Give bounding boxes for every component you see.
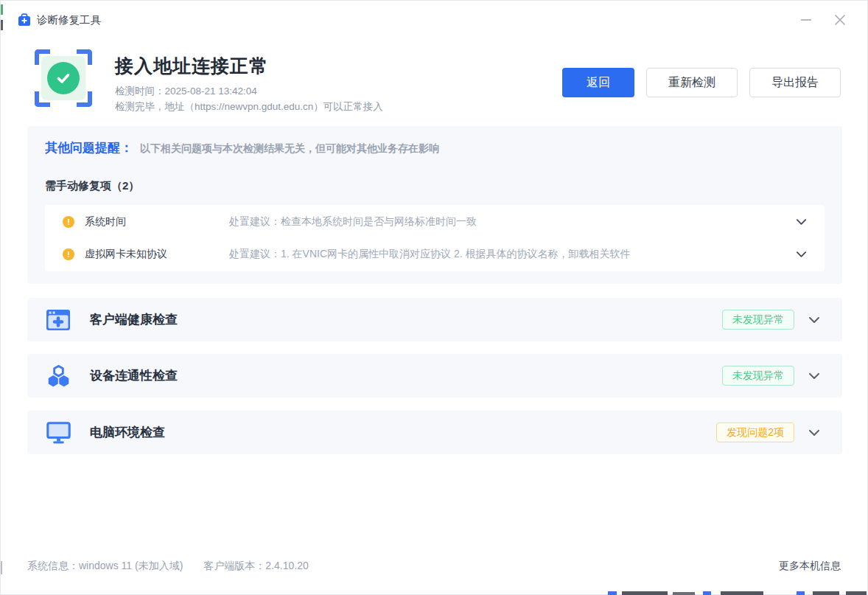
system-info: 系统信息： windows 11 (未加入域) 客户端版本： 2.4.10.20 xyxy=(27,560,309,573)
alert-subtitle: 以下相关问题项与本次检测结果无关，但可能对其他业务存在影响 xyxy=(140,142,439,156)
scan-check-success-icon xyxy=(35,49,92,107)
client-version-label: 客户端版本： xyxy=(203,560,265,573)
fix-item-name: 系统时间 xyxy=(85,215,229,229)
minimize-icon[interactable] xyxy=(795,9,817,31)
advice-text: 1. 在VNIC网卡的属性中取消对应协议 2. 根据具体的协议名称，卸载相关软件 xyxy=(281,248,630,260)
back-button[interactable]: 返回 xyxy=(562,68,634,97)
system-info-value: windows 11 (未加入域) xyxy=(79,560,183,573)
result-title: 接入地址连接正常 xyxy=(115,54,383,78)
alert-title: 其他问题提醒： xyxy=(45,139,133,156)
window-controls xyxy=(795,9,851,31)
chevron-down-icon[interactable] xyxy=(808,316,820,324)
more-host-info-link[interactable]: 更多本机信息 xyxy=(779,560,841,573)
advice-label: 处置建议： xyxy=(229,248,281,260)
chevron-down-icon[interactable] xyxy=(808,372,820,380)
close-icon[interactable] xyxy=(829,9,851,31)
detect-summary: 检测完毕，地址（https://newvpn.gdut.edu.cn）可以正常接… xyxy=(115,99,383,114)
hexagon-cluster-icon xyxy=(45,364,71,388)
status-badge: 未发现异常 xyxy=(722,366,794,386)
system-info-label: 系统信息： xyxy=(27,560,79,573)
warning-icon: ! xyxy=(63,248,74,260)
app-window-plus-icon xyxy=(45,308,71,332)
fix-item-system-time[interactable]: ! 系统时间 处置建议：检查本地系统时间是否与网络标准时间一致 xyxy=(45,206,825,238)
manual-fix-list: ! 系统时间 处置建议：检查本地系统时间是否与网络标准时间一致 ! 虚拟网卡未知… xyxy=(45,205,825,271)
card-label: 电脑环境检查 xyxy=(90,424,165,441)
header-text: 接入地址连接正常 检测时间：2025-08-21 13:42:04 检测完毕，地… xyxy=(115,54,383,114)
other-problems-section: 其他问题提醒： 以下相关问题项与本次检测结果无关，但可能对其他业务存在影响 需手… xyxy=(27,126,842,284)
detect-time-line: 检测时间：2025-08-21 13:42:04 xyxy=(115,83,383,99)
header-buttons: 返回 重新检测 导出报告 xyxy=(562,68,841,97)
chevron-down-icon[interactable] xyxy=(808,429,820,436)
card-label: 设备连通性检查 xyxy=(90,367,178,384)
card-client-health-check[interactable]: 客户端健康检查 未发现异常 xyxy=(27,298,842,341)
status-badge: 发现问题2项 xyxy=(716,422,794,442)
fix-item-advice: 处置建议：1. 在VNIC网卡的属性中取消对应协议 2. 根据具体的协议名称，卸… xyxy=(229,248,784,261)
warning-icon: ! xyxy=(63,216,74,228)
fix-item-name: 虚拟网卡未知协议 xyxy=(85,248,229,261)
first-aid-kit-icon xyxy=(17,13,32,27)
footer: 系统信息： windows 11 (未加入域) 客户端版本： 2.4.10.20… xyxy=(27,560,841,573)
card-label: 客户端健康检查 xyxy=(90,311,178,328)
app-window: 诊断修复工具 接入地址连接正常 检测时间：2025-08-21 13:42:04… xyxy=(0,0,868,595)
advice-text: 检查本地系统时间是否与网络标准时间一致 xyxy=(281,215,477,227)
app-title: 诊断修复工具 xyxy=(37,13,101,27)
fix-item-virtual-nic[interactable]: ! 虚拟网卡未知协议 处置建议：1. 在VNIC网卡的属性中取消对应协议 2. … xyxy=(45,238,825,271)
card-computer-environment-check[interactable]: 电脑环境检查 发现问题2项 xyxy=(27,411,842,454)
manual-fix-heading: 需手动修复项（2） xyxy=(45,179,825,193)
fix-item-advice: 处置建议：检查本地系统时间是否与网络标准时间一致 xyxy=(229,215,784,229)
detect-time-label: 检测时间： xyxy=(115,86,165,97)
recheck-button[interactable]: 重新检测 xyxy=(646,68,738,97)
client-version-value: 2.4.10.20 xyxy=(265,560,308,573)
status-badge: 未发现异常 xyxy=(722,310,794,330)
titlebar: 诊断修复工具 xyxy=(1,1,867,39)
export-report-button[interactable]: 导出报告 xyxy=(749,68,841,97)
chevron-down-icon[interactable] xyxy=(796,251,807,258)
advice-label: 处置建议： xyxy=(229,215,281,227)
chevron-down-icon[interactable] xyxy=(796,218,807,226)
check-circle-icon xyxy=(47,62,80,94)
detect-time-value: 2025-08-21 13:42:04 xyxy=(165,86,257,97)
card-device-connectivity-check[interactable]: 设备连通性检查 未发现异常 xyxy=(27,354,842,397)
monitor-icon xyxy=(45,421,71,445)
alert-title-row: 其他问题提醒： 以下相关问题项与本次检测结果无关，但可能对其他业务存在影响 xyxy=(45,139,825,156)
